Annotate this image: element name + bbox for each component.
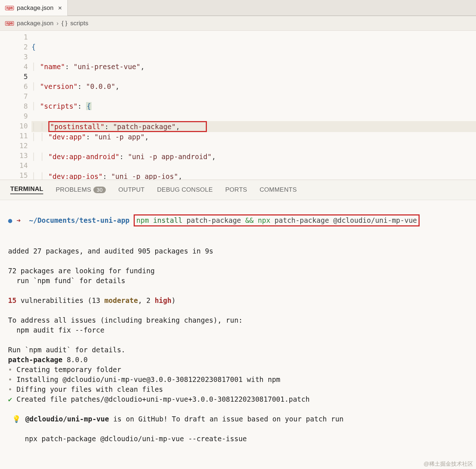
close-tab-icon[interactable]: ✕ xyxy=(58,5,62,11)
terminal-output-line: npm audit fix --force xyxy=(8,325,468,335)
terminal-panel[interactable]: ● ➜ ~/Documents/test-uni-app npm install… xyxy=(0,200,476,469)
terminal-output-line: • Diffing your files with clean files xyxy=(8,384,468,394)
breadcrumb: npm package.json › { } scripts xyxy=(0,16,476,31)
watermark: @稀土掘金技术社区 xyxy=(424,461,473,468)
tab-ports[interactable]: PORTS xyxy=(225,186,247,194)
editor-tab[interactable]: npm package.json ✕ xyxy=(0,0,68,16)
tab-bar: npm package.json ✕ xyxy=(0,0,476,16)
problems-count-badge: 30 xyxy=(93,187,106,193)
prompt-cwd: ~/Documents/test-uni-app xyxy=(29,216,130,224)
terminal-output-line: • Installing @dcloudio/uni-mp-vue@3.0.0-… xyxy=(8,375,468,384)
tab-bar-empty xyxy=(68,0,476,16)
terminal-output-line: patch-package 8.0.0 xyxy=(8,355,468,365)
highlighted-command: npm install patch-package && npx patch-p… xyxy=(134,214,420,226)
terminal-output-line: To address all issues (including breakin… xyxy=(8,315,468,325)
prompt-arrow-icon: ➜ xyxy=(16,216,21,224)
tab-problems[interactable]: PROBLEMS30 xyxy=(56,186,106,194)
terminal-output-line: Run `npm audit` for details. xyxy=(8,345,468,355)
terminal-output-line: 15 vulnerabilities (13 moderate, 2 high) xyxy=(8,296,468,305)
tab-filename: package.json xyxy=(17,4,53,12)
lightbulb-icon: 💡 xyxy=(12,415,21,423)
line-gutter: 1 2 3 4 5 6 7 8 9 10 11 12 13 14 15 xyxy=(0,31,31,180)
terminal-output-line: npx patch-package @dcloudio/uni-mp-vue -… xyxy=(8,434,468,444)
terminal-output-line: run `npm fund` for details xyxy=(8,276,468,286)
check-icon: ✔ xyxy=(8,395,12,403)
npm-icon: npm xyxy=(5,6,14,10)
tab-debug-console[interactable]: DEBUG CONSOLE xyxy=(157,186,213,194)
terminal-output-line: 72 packages are looking for funding xyxy=(8,266,468,276)
tab-comments[interactable]: COMMENTS xyxy=(260,186,297,194)
tab-output[interactable]: OUTPUT xyxy=(118,186,145,194)
terminal-output-line: 💡 @dcloudio/uni-mp-vue is on GitHub! To … xyxy=(8,414,468,424)
braces-icon: { } xyxy=(62,20,67,27)
status-dot-icon: ● xyxy=(8,216,12,224)
code-content[interactable]: { │ "name": "uni-preset-vue", │ "version… xyxy=(31,31,476,180)
tab-terminal[interactable]: TERMINAL xyxy=(10,185,43,194)
terminal-output-line: • Creating temporary folder xyxy=(8,365,468,375)
breadcrumb-segment[interactable]: scripts xyxy=(70,20,88,27)
terminal-output-line: added 27 packages, and audited 905 packa… xyxy=(8,246,468,256)
panel-tab-bar: TERMINAL PROBLEMS30 OUTPUT DEBUG CONSOLE… xyxy=(0,180,476,200)
code-editor[interactable]: 1 2 3 4 5 6 7 8 9 10 11 12 13 14 15 { │ … xyxy=(0,31,476,180)
breadcrumb-file[interactable]: package.json xyxy=(17,20,53,27)
npm-icon: npm xyxy=(5,21,14,26)
chevron-right-icon: › xyxy=(56,20,59,27)
terminal-output-line: ✔ Created file patches/@dcloudio+uni-mp-… xyxy=(8,394,468,404)
terminal-prompt-line: ● ➜ ~/Documents/test-uni-app npm install… xyxy=(8,205,468,236)
